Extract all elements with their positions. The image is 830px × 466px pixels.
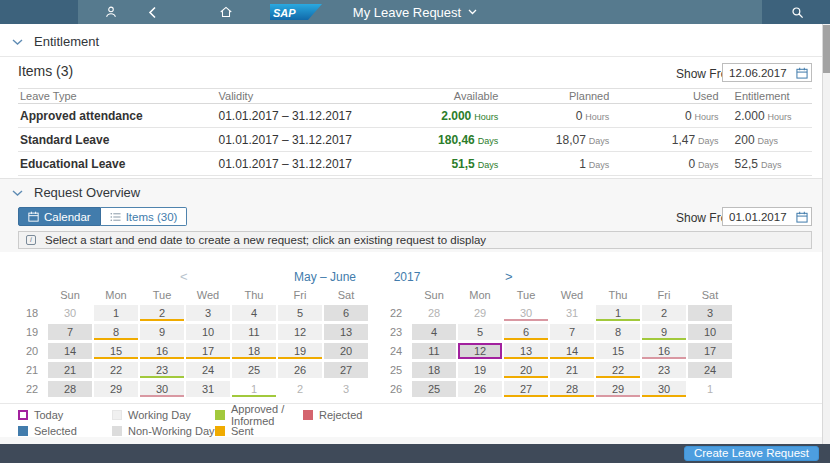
calendar-day[interactable]: 29	[458, 305, 502, 321]
calendar-day[interactable]: 15	[94, 343, 138, 359]
legend-column: Rejected	[303, 407, 362, 438]
calendar-day[interactable]: 18	[232, 343, 276, 359]
search-button[interactable]	[791, 0, 804, 24]
overview-show-from-value[interactable]	[723, 211, 793, 223]
calendar-day[interactable]: 9	[642, 324, 686, 340]
calendar-day[interactable]: 15	[596, 343, 640, 359]
section-request-overview[interactable]: Request Overview	[12, 185, 140, 200]
calendar-day[interactable]: 30	[642, 381, 686, 397]
calendar-day[interactable]: 30	[504, 305, 548, 321]
calendar-day[interactable]: 11	[412, 343, 456, 359]
calendar-day[interactable]: 10	[688, 324, 732, 340]
calendar-day[interactable]: 21	[48, 362, 92, 378]
calendar-day[interactable]: 14	[48, 343, 92, 359]
calendar-day[interactable]: 3	[324, 381, 368, 397]
calendar-day[interactable]: 28	[48, 381, 92, 397]
calendar-day[interactable]: 20	[504, 362, 548, 378]
calendar-day[interactable]: 10	[186, 324, 230, 340]
calendar-day[interactable]: 13	[324, 324, 368, 340]
calendar-day[interactable]: 8	[596, 324, 640, 340]
calendar-day[interactable]: 7	[550, 324, 594, 340]
scrollbar-thumb[interactable]	[823, 25, 830, 73]
calendar-day[interactable]: 4	[232, 305, 276, 321]
calendar-day[interactable]: 2	[642, 305, 686, 321]
leave-type-cell: Approved attendance	[18, 109, 217, 123]
date-picker-button[interactable]	[793, 64, 811, 81]
calendar-day[interactable]: 7	[48, 324, 92, 340]
date-picker-button[interactable]	[793, 208, 811, 225]
calendar-day[interactable]: 31	[550, 305, 594, 321]
calendar-day[interactable]: 23	[140, 362, 184, 378]
calendar-day[interactable]: 13	[504, 343, 548, 359]
calendar-day[interactable]: 26	[278, 362, 322, 378]
calendar-day[interactable]: 23	[642, 362, 686, 378]
calendar-day[interactable]: 5	[278, 305, 322, 321]
calendar-day[interactable]: 21	[550, 362, 594, 378]
legend-item: Sent	[215, 423, 303, 438]
tab-items[interactable]: Items (30)	[101, 207, 188, 226]
calendar-day[interactable]: 6	[504, 324, 548, 340]
calendar-day[interactable]: 9	[140, 324, 184, 340]
calendar-day[interactable]: 6	[324, 305, 368, 321]
day-marker-sent	[504, 376, 548, 378]
calendar-day[interactable]: 14	[550, 343, 594, 359]
entitlement-cell: 200Days	[733, 133, 812, 147]
calendar-day[interactable]: 1	[688, 381, 732, 397]
calendar-day[interactable]: 16	[642, 343, 686, 359]
calendar-nav: < May – June 2017 >	[0, 269, 822, 285]
prev-month-button[interactable]: <	[180, 269, 188, 285]
calendar-day[interactable]: 19	[458, 362, 502, 378]
calendar-day[interactable]: 25	[412, 381, 456, 397]
calendar-day[interactable]: 20	[324, 343, 368, 359]
calendar-day[interactable]: 18	[412, 362, 456, 378]
calendar-day[interactable]: 19	[278, 343, 322, 359]
calendar-day[interactable]: 3	[186, 305, 230, 321]
calendar-day[interactable]: 1	[596, 305, 640, 321]
app-title-button[interactable]: My Leave Request	[0, 0, 830, 24]
calendar-day[interactable]: 22	[94, 362, 138, 378]
calendar-day[interactable]: 24	[688, 362, 732, 378]
day-marker-sent	[140, 319, 184, 321]
calendar-day[interactable]: 12	[458, 343, 502, 359]
calendar-day[interactable]: 22	[596, 362, 640, 378]
calendar-day[interactable]: 17	[688, 343, 732, 359]
calendar-day[interactable]: 5	[458, 324, 502, 340]
validity-cell: 01.01.2017 – 31.12.2017	[217, 109, 392, 123]
calendar-day[interactable]: 4	[412, 324, 456, 340]
calendar-day[interactable]: 30	[140, 381, 184, 397]
day-marker-approved	[642, 338, 686, 340]
calendar-day[interactable]: 27	[504, 381, 548, 397]
day-header-row: SunMonTueWedThuFriSat	[382, 289, 732, 301]
calendar-day[interactable]: 2	[278, 381, 322, 397]
calendar-day[interactable]: 1	[94, 305, 138, 321]
section-entitlement[interactable]: Entitlement	[12, 34, 99, 49]
scrollbar[interactable]	[822, 24, 830, 444]
entitlement-show-from-input[interactable]	[722, 63, 812, 82]
tab-calendar[interactable]: Calendar	[18, 207, 101, 226]
calendar-day[interactable]: 27	[324, 362, 368, 378]
calendar-day[interactable]: 8	[94, 324, 138, 340]
months-label[interactable]: May – June	[270, 269, 380, 285]
calendar-day[interactable]: 24	[186, 362, 230, 378]
calendar-day[interactable]: 17	[186, 343, 230, 359]
view-switch: Calendar Items (30)	[18, 207, 187, 226]
calendar-day[interactable]: 16	[140, 343, 184, 359]
calendar-day[interactable]: 29	[94, 381, 138, 397]
calendar-day[interactable]: 2	[140, 305, 184, 321]
overview-show-from-input[interactable]	[722, 207, 812, 226]
create-leave-request-button[interactable]: Create Leave Request	[684, 446, 819, 461]
calendar-day[interactable]: 29	[596, 381, 640, 397]
calendar-day[interactable]: 28	[550, 381, 594, 397]
entitlement-show-from-value[interactable]	[723, 67, 793, 79]
calendar-day[interactable]: 28	[412, 305, 456, 321]
calendar-day[interactable]: 26	[458, 381, 502, 397]
calendar-day[interactable]: 1	[232, 381, 276, 397]
calendar-day[interactable]: 25	[232, 362, 276, 378]
calendar-day[interactable]: 31	[186, 381, 230, 397]
calendar-day[interactable]: 30	[48, 305, 92, 321]
next-month-button[interactable]: >	[505, 269, 513, 285]
year-label[interactable]: 2017	[385, 269, 429, 285]
calendar-day[interactable]: 3	[688, 305, 732, 321]
calendar-day[interactable]: 11	[232, 324, 276, 340]
calendar-day[interactable]: 12	[278, 324, 322, 340]
